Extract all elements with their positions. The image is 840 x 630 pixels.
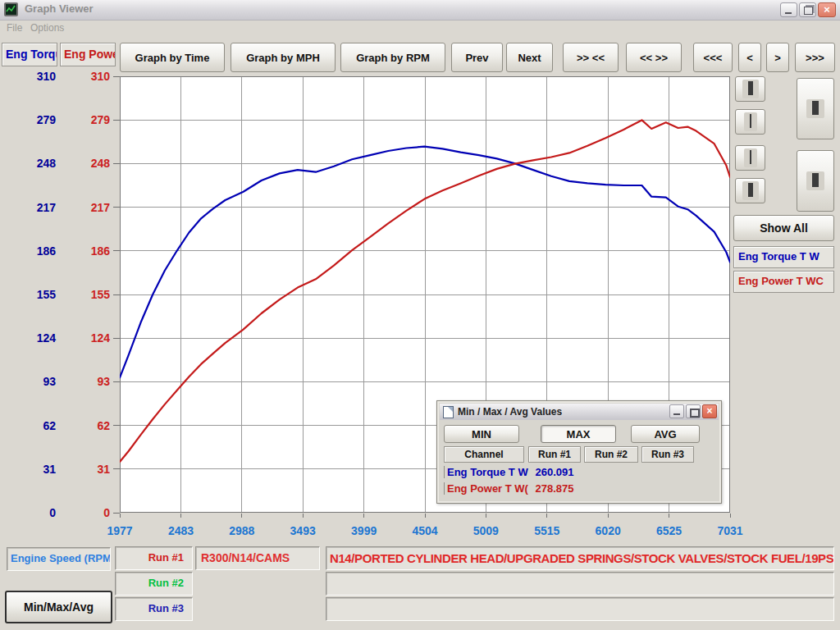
y-axis-label-left: 93 <box>16 375 56 388</box>
prev-button[interactable]: Prev <box>451 43 503 72</box>
x-axis-tick <box>120 514 121 518</box>
run-comment-box-2[interactable] <box>326 572 834 596</box>
x-axis-label: 2483 <box>158 524 203 537</box>
y-axis-label-right: 0 <box>72 506 110 519</box>
jump-end-button[interactable]: >>> <box>795 43 835 72</box>
legend-torque-button[interactable]: Eng Torque T W <box>733 246 834 268</box>
run-comment-box-1[interactable]: N14/PORTED CYLINDER HEAD/UPGRADED SPRING… <box>326 546 834 570</box>
column-header-run2: Run #2 <box>584 446 638 463</box>
graph-by-time-button[interactable]: Graph by Time <box>120 43 225 72</box>
x-axis-tick <box>486 514 486 518</box>
chevron-down <box>750 150 751 164</box>
dialog-title: Min / Max / Avg Values <box>458 406 562 418</box>
window-title: Graph Viewer <box>25 2 94 15</box>
x-axis-tick <box>180 514 181 518</box>
y-axis-label-left: 155 <box>16 288 56 301</box>
chevron-up <box>751 81 753 95</box>
x-axis-label: 5515 <box>524 524 570 537</box>
y-axis-tick <box>113 120 120 121</box>
dialog-row-run1-value: 260.091 <box>528 466 581 478</box>
x-axis-tick <box>669 514 669 518</box>
y-axis-label-right: 93 <box>72 375 110 388</box>
up-icon <box>744 112 757 131</box>
channel-box-power[interactable]: Eng Power T WC <box>60 43 116 66</box>
run-label-3[interactable]: Run #3 <box>115 597 193 621</box>
y-axis-label-left: 124 <box>16 331 56 345</box>
dialog-tab-min[interactable]: MIN <box>444 425 519 443</box>
x-axis-tick <box>303 514 304 518</box>
close-button[interactable]: × <box>818 2 836 17</box>
scroll-down-button[interactable] <box>735 145 765 171</box>
x-axis-label: 6020 <box>585 524 631 537</box>
x-axis-label: 4504 <box>402 524 448 537</box>
x-axis-label: 3493 <box>280 524 326 537</box>
minmax-dialog: Min / Max / Avg Values × MINMAXAVGChanne… <box>436 400 722 504</box>
dialog-title-bar: Min / Max / Avg Values × <box>440 404 719 420</box>
channel-box-torque[interactable]: Eng Torque T W <box>2 43 57 66</box>
min-max-avg-button[interactable]: Min/Max/Avg <box>5 591 112 623</box>
dialog-close-button[interactable]: × <box>702 404 717 418</box>
zoom-out-button[interactable]: << >> <box>626 43 682 72</box>
run-name-box-1[interactable]: R300/N14/CAMS <box>195 546 320 570</box>
step-back-button[interactable]: < <box>738 43 761 72</box>
y-axis-label-left: 279 <box>16 113 56 126</box>
dialog-row-run1-value: 278.875 <box>528 482 581 495</box>
dialog-row-channel: Eng Power T W( <box>444 482 528 495</box>
next-button[interactable]: Next <box>506 43 553 72</box>
dialog-minimize-icon <box>673 413 680 415</box>
y-axis-label-left: 31 <box>16 463 56 476</box>
x-channel-box[interactable]: Engine Speed (RPM) <box>7 547 111 571</box>
y-axis-label-right: 310 <box>72 70 110 83</box>
title-bar: Graph Viewer × <box>0 0 840 21</box>
y-axis-tick <box>113 250 120 251</box>
graph-viewer-window: Graph Viewer × File Options Eng Torque T… <box>0 0 840 630</box>
dialog-maximize-button[interactable] <box>686 404 701 418</box>
collapse-icon <box>806 99 824 118</box>
dialog-minimize-button[interactable] <box>669 404 684 418</box>
y-axis-label-left: 310 <box>16 70 56 83</box>
graph-by-mph-button[interactable]: Graph by MPH <box>231 43 336 72</box>
y-axis-label-right: 155 <box>72 288 110 301</box>
step-forward-button[interactable]: > <box>766 43 789 72</box>
x-axis-label: 5009 <box>463 524 509 537</box>
x-axis-label: 3999 <box>341 524 387 537</box>
show-all-button[interactable]: Show All <box>733 215 834 241</box>
y-axis-tick <box>113 468 120 469</box>
graph-by-rpm-button[interactable]: Graph by RPM <box>340 43 445 72</box>
run-label-2[interactable]: Run #2 <box>115 572 193 596</box>
run-comment-box-3[interactable] <box>326 597 834 621</box>
expand-vertical-button[interactable] <box>797 150 834 212</box>
zoom-in-button[interactable]: >> << <box>563 43 619 72</box>
scroll-top-button[interactable] <box>735 76 765 102</box>
x-axis-tick <box>425 514 426 518</box>
restore-icon <box>804 7 813 15</box>
x-axis-tick <box>608 514 609 518</box>
y-axis-label-right: 31 <box>72 463 110 476</box>
y-axis-label-left: 248 <box>16 157 56 170</box>
column-header-run3: Run #3 <box>641 446 694 463</box>
run-label-1[interactable]: Run #1 <box>115 546 193 570</box>
y-axis-label-left: 186 <box>16 244 56 258</box>
scroll-bottom-button[interactable] <box>735 178 765 203</box>
legend-power-button[interactable]: Eng Power T WC <box>733 271 834 293</box>
x-axis-label: 1977 <box>97 524 143 537</box>
collapse-vertical-button[interactable] <box>797 78 834 139</box>
chevron-down <box>817 173 819 187</box>
y-axis-tick <box>113 207 120 208</box>
y-axis-tick <box>113 163 120 164</box>
y-axis-label-right: 217 <box>72 201 110 214</box>
dialog-tab-max[interactable]: MAX <box>541 425 616 443</box>
scroll-up-button[interactable] <box>735 109 765 135</box>
x-axis-tick <box>730 514 731 518</box>
down-icon <box>744 148 757 167</box>
jump-start-button[interactable]: <<< <box>693 43 733 72</box>
menu-options[interactable]: Options <box>30 22 64 34</box>
menu-file[interactable]: File <box>7 22 22 34</box>
x-axis-tick <box>241 514 242 518</box>
column-header-run1: Run #1 <box>528 446 581 463</box>
dialog-icon <box>443 406 454 418</box>
restore-button[interactable] <box>799 2 816 17</box>
minimize-button[interactable] <box>780 2 797 17</box>
x-axis-tick <box>546 514 547 518</box>
dialog-tab-avg[interactable]: AVG <box>631 425 700 443</box>
